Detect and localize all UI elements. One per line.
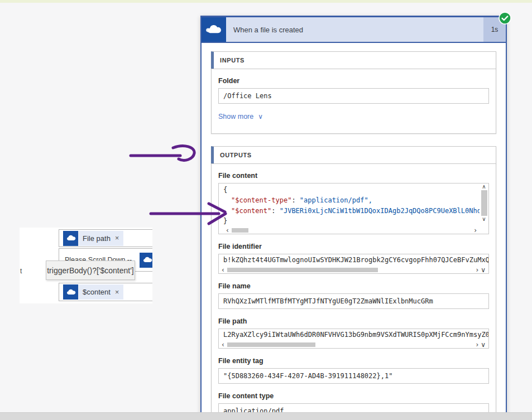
json-content-value: "JVBERi0xLjcNCiW1tbW1DQoxIDAgb2JqDQo8PC9… <box>280 207 480 215</box>
screenshot-overlay-panel: File path × Please Scroll Down -- File t… <box>20 228 152 303</box>
scroll-right-icon[interactable]: › <box>473 228 478 233</box>
scroll-right-icon[interactable]: › <box>475 267 480 273</box>
trigger-card-body: INPUTS Folder /Office Lens Show more ∨ O… <box>202 51 506 420</box>
file-path-output-box[interactable]: L2RyaXZlcy9iIWtaUWh6dDR0NFVHVG13bG9nbm9V… <box>218 329 489 349</box>
content-token-chip[interactable]: $content × <box>63 284 123 300</box>
inputs-section-body: Folder /Office Lens Show more ∨ <box>211 69 496 134</box>
scroll-down-icon[interactable]: ∨ <box>481 216 487 222</box>
file-entity-tag-label: File entity tag <box>218 357 489 365</box>
json-content-key: "$content" <box>231 207 271 215</box>
folder-label: Folder <box>218 77 489 85</box>
file-name-output-box[interactable]: RVhQXzIwMTlfMTBfMTYgMTJfNTYgUE0gT2ZmaWNl… <box>218 293 489 309</box>
file-path-value: L2RyaXZlcy9iIWtaUWh6dDR0NFVHVG13bG9nbm9V… <box>219 329 488 341</box>
onedrive-icon <box>140 253 152 268</box>
file-content-type-label: File content type <box>218 392 489 400</box>
scrollbar-thumb[interactable] <box>227 342 315 347</box>
inputs-section-label: INPUTS <box>220 57 245 64</box>
show-more-link[interactable]: Show more ∨ <box>218 113 264 120</box>
file-name-label: File name <box>218 282 489 290</box>
scroll-left-icon[interactable]: ‹ <box>221 267 226 273</box>
scrollbar-thumb[interactable] <box>232 228 248 233</box>
expand-down-icon[interactable]: ∨ <box>480 342 487 347</box>
scroll-up-icon[interactable]: ∧ <box>481 184 487 190</box>
horizontal-scrollbar[interactable]: ‹ › ∨ <box>219 266 488 273</box>
remove-token-icon[interactable]: × <box>113 234 123 242</box>
flow-run-screenshot: When a file is created 1s INPUTS Folder … <box>0 0 532 420</box>
outputs-section-header[interactable]: OUTPUTS <box>211 146 496 164</box>
file-path-token-chip[interactable]: File path × <box>63 231 123 246</box>
json-close-brace: } <box>223 217 227 225</box>
json-content-type-key: "$content-type" <box>231 196 291 204</box>
json-colon: : <box>271 207 279 215</box>
stray-text: t <box>20 267 22 275</box>
horizontal-scrollbar[interactable]: ‹ › <box>223 226 480 234</box>
token-label: $content <box>78 288 113 296</box>
scroll-left-icon[interactable]: ‹ <box>225 228 230 233</box>
outputs-section-label: OUTPUTS <box>220 152 252 158</box>
success-check-icon <box>499 12 511 25</box>
folder-input[interactable]: /Office Lens <box>218 88 489 104</box>
annotation-arrow-outputs <box>126 141 201 170</box>
inputs-section-header[interactable]: INPUTS <box>211 51 496 69</box>
trigger-card: When a file is created 1s INPUTS Folder … <box>200 16 507 420</box>
onedrive-icon <box>63 284 78 300</box>
dynamic-content-field-row[interactable]: $content × <box>59 283 152 301</box>
json-open-brace: { <box>223 186 227 194</box>
json-content-type-value: "application/pdf", <box>300 196 372 204</box>
file-identifier-value: b!kZQhzt4t4UGTmwlognoUIwSYDHKJW21Brogbk2… <box>219 254 488 266</box>
scrollbar-thumb[interactable] <box>481 190 487 216</box>
trigger-card-header[interactable]: When a file is created 1s <box>202 17 506 43</box>
trigger-title: When a file is created <box>226 17 483 42</box>
onedrive-icon <box>63 231 78 246</box>
top-accent-strip <box>0 0 532 3</box>
token-label: File path <box>78 234 113 243</box>
file-token-chip[interactable]: File <box>140 253 152 268</box>
outputs-section-body: File content { "$content-type": "applica… <box>211 163 496 420</box>
show-more-label: Show more <box>218 113 253 120</box>
json-code-pane: { "$content-type": "application/pdf", "$… <box>219 184 480 234</box>
dynamic-content-field-row[interactable]: File path × <box>59 229 152 247</box>
file-identifier-label: File identifier <box>218 243 489 250</box>
expression-tooltip: triggerBody()?['$content'] <box>46 260 135 280</box>
horizontal-scrollbar[interactable]: ‹ › ∨ <box>219 341 488 348</box>
file-entity-tag-output-box[interactable]: "{5D883260-434F-4207-AD4B-391911148022},… <box>218 368 489 384</box>
scrollbar-thumb[interactable] <box>227 268 378 272</box>
chevron-down-icon: ∨ <box>257 114 264 119</box>
file-content-label: File content <box>218 172 489 180</box>
file-content-output-box[interactable]: { "$content-type": "application/pdf", "$… <box>218 183 489 234</box>
scroll-right-icon[interactable]: › <box>475 342 480 347</box>
json-colon: : <box>291 196 299 204</box>
expand-down-icon[interactable]: ∨ <box>480 267 487 273</box>
remove-token-icon[interactable]: × <box>113 288 123 296</box>
file-path-label: File path <box>218 317 489 325</box>
onedrive-icon <box>202 17 226 42</box>
file-identifier-output-box[interactable]: b!kZQhzt4t4UGTmwlognoUIwSYDHKJW21Brogbk2… <box>218 254 489 274</box>
scroll-left-icon[interactable]: ‹ <box>221 342 226 347</box>
page-scrollbar-track[interactable] <box>0 412 532 420</box>
vertical-scrollbar[interactable]: ∧ ∨ <box>480 184 488 234</box>
